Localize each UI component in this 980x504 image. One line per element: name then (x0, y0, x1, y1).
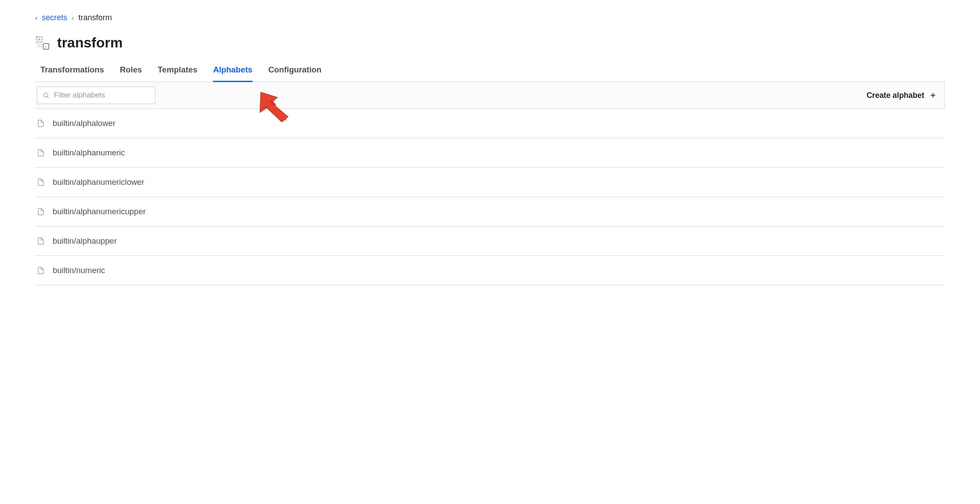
transform-icon: A * (35, 36, 50, 50)
tab-transformations[interactable]: Transformations (40, 65, 104, 82)
filter-input[interactable] (54, 91, 150, 100)
list-item[interactable]: builtin/alphaupper (35, 227, 945, 256)
file-icon (37, 149, 45, 157)
breadcrumb: ‹ secrets ‹ transform (35, 13, 945, 22)
alphabet-name: builtin/alphanumericupper (53, 207, 146, 216)
alphabet-name: builtin/alphanumeric (53, 148, 125, 158)
create-alphabet-label: Create alphabet (867, 91, 924, 100)
alphabet-name: builtin/alphaupper (53, 236, 117, 246)
svg-line-11 (47, 97, 49, 98)
toolbar: Create alphabet (35, 82, 945, 109)
list-item[interactable]: builtin/alphanumericlower (35, 168, 945, 197)
page-header: A * transform (35, 35, 945, 51)
alphabet-name: builtin/alphalower (53, 119, 115, 128)
tabs: Transformations Roles Templates Alphabet… (35, 65, 945, 82)
file-icon (37, 237, 45, 245)
svg-text:A: A (38, 37, 40, 42)
svg-point-9 (41, 46, 42, 47)
alphabet-list: builtin/alphalower builtin/alphanumeric … (35, 109, 945, 285)
tab-configuration[interactable]: Configuration (268, 65, 321, 82)
svg-point-10 (44, 93, 48, 97)
list-item[interactable]: builtin/alphalower (35, 109, 945, 138)
chevron-left-icon: ‹ (35, 14, 37, 22)
filter-input-wrap[interactable] (37, 86, 155, 104)
svg-point-8 (39, 46, 40, 47)
plus-icon (930, 92, 937, 99)
breadcrumb-parent-link[interactable]: secrets (42, 13, 67, 22)
breadcrumb-current: transform (79, 13, 112, 22)
search-icon (43, 92, 50, 99)
list-item[interactable]: builtin/alphanumeric (35, 138, 945, 168)
chevron-left-icon: ‹ (72, 14, 74, 22)
create-alphabet-button[interactable]: Create alphabet (867, 88, 937, 103)
alphabet-name: builtin/numeric (53, 266, 105, 275)
svg-point-5 (39, 44, 40, 45)
svg-point-7 (37, 46, 38, 47)
tab-roles[interactable]: Roles (120, 65, 142, 82)
file-icon (37, 119, 45, 127)
tab-templates[interactable]: Templates (158, 65, 197, 82)
svg-point-4 (37, 44, 38, 45)
file-icon (37, 266, 45, 274)
svg-point-6 (41, 44, 42, 45)
list-item[interactable]: builtin/alphanumericupper (35, 197, 945, 227)
svg-text:*: * (45, 44, 47, 49)
file-icon (37, 178, 45, 186)
file-icon (37, 208, 45, 216)
tab-alphabets[interactable]: Alphabets (213, 65, 252, 82)
alphabet-name: builtin/alphanumericlower (53, 177, 144, 187)
page-title: transform (57, 35, 122, 51)
list-item[interactable]: builtin/numeric (35, 256, 945, 285)
